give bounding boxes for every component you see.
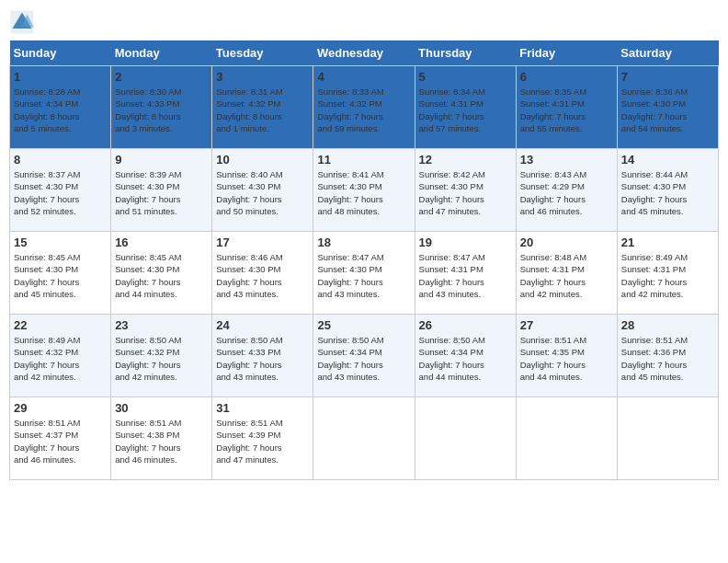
cell-details: Sunrise: 8:51 AMSunset: 4:37 PMDaylight:… xyxy=(14,417,107,465)
day-number: 8 xyxy=(14,153,107,167)
day-number: 9 xyxy=(115,153,208,167)
calendar-cell-day-3: 3Sunrise: 8:31 AMSunset: 4:32 PMDaylight… xyxy=(212,66,313,149)
day-number: 17 xyxy=(216,236,309,249)
calendar-cell-day-13: 13Sunrise: 8:43 AMSunset: 4:29 PMDayligh… xyxy=(516,149,617,232)
day-number: 1 xyxy=(14,70,107,84)
calendar-cell-day-14: 14Sunrise: 8:44 AMSunset: 4:30 PMDayligh… xyxy=(617,149,718,232)
calendar-cell-day-8: 8Sunrise: 8:37 AMSunset: 4:30 PMDaylight… xyxy=(10,149,111,232)
cell-details: Sunrise: 8:42 AMSunset: 4:30 PMDaylight:… xyxy=(419,168,512,217)
cell-details: Sunrise: 8:43 AMSunset: 4:29 PMDaylight:… xyxy=(520,168,613,217)
empty-cell xyxy=(415,397,516,480)
cell-details: Sunrise: 8:51 AMSunset: 4:39 PMDaylight:… xyxy=(216,417,309,465)
day-number: 21 xyxy=(621,236,714,249)
day-number: 5 xyxy=(419,70,512,84)
cell-details: Sunrise: 8:50 AMSunset: 4:32 PMDaylight:… xyxy=(115,334,208,383)
cell-details: Sunrise: 8:35 AMSunset: 4:31 PMDaylight:… xyxy=(520,86,613,134)
day-number: 29 xyxy=(14,401,107,415)
logo-icon xyxy=(9,9,35,35)
cell-details: Sunrise: 8:37 AMSunset: 4:30 PMDaylight:… xyxy=(14,168,107,217)
day-number: 15 xyxy=(14,236,107,249)
cell-details: Sunrise: 8:44 AMSunset: 4:30 PMDaylight:… xyxy=(621,168,714,217)
day-number: 4 xyxy=(317,70,410,84)
cell-details: Sunrise: 8:51 AMSunset: 4:38 PMDaylight:… xyxy=(115,417,208,465)
day-number: 3 xyxy=(216,70,309,84)
calendar-cell-day-28: 28Sunrise: 8:51 AMSunset: 4:36 PMDayligh… xyxy=(617,315,718,397)
cell-details: Sunrise: 8:40 AMSunset: 4:30 PMDaylight:… xyxy=(216,168,309,217)
empty-cell xyxy=(516,397,617,480)
cell-details: Sunrise: 8:51 AMSunset: 4:35 PMDaylight:… xyxy=(520,334,613,383)
calendar-cell-day-1: 1Sunrise: 8:28 AMSunset: 4:34 PMDaylight… xyxy=(10,66,111,149)
day-number: 23 xyxy=(115,318,208,332)
calendar-cell-day-18: 18Sunrise: 8:47 AMSunset: 4:30 PMDayligh… xyxy=(313,232,415,315)
cell-details: Sunrise: 8:34 AMSunset: 4:31 PMDaylight:… xyxy=(419,86,512,134)
cell-details: Sunrise: 8:45 AMSunset: 4:30 PMDaylight:… xyxy=(14,251,107,300)
day-number: 6 xyxy=(520,70,613,84)
cell-details: Sunrise: 8:50 AMSunset: 4:34 PMDaylight:… xyxy=(419,334,512,383)
calendar-cell-day-2: 2Sunrise: 8:30 AMSunset: 4:33 PMDaylight… xyxy=(111,66,212,149)
empty-cell xyxy=(617,397,718,480)
calendar-cell-day-15: 15Sunrise: 8:45 AMSunset: 4:30 PMDayligh… xyxy=(10,232,111,315)
calendar-cell-day-21: 21Sunrise: 8:49 AMSunset: 4:31 PMDayligh… xyxy=(617,232,718,315)
calendar-cell-day-23: 23Sunrise: 8:50 AMSunset: 4:32 PMDayligh… xyxy=(111,315,212,397)
day-number: 25 xyxy=(317,318,410,332)
calendar-cell-day-6: 6Sunrise: 8:35 AMSunset: 4:31 PMDaylight… xyxy=(516,66,617,149)
calendar-cell-day-27: 27Sunrise: 8:51 AMSunset: 4:35 PMDayligh… xyxy=(516,315,617,397)
cell-details: Sunrise: 8:51 AMSunset: 4:36 PMDaylight:… xyxy=(621,334,714,383)
day-number: 27 xyxy=(520,318,613,332)
calendar-cell-day-25: 25Sunrise: 8:50 AMSunset: 4:34 PMDayligh… xyxy=(313,315,415,397)
cell-details: Sunrise: 8:30 AMSunset: 4:33 PMDaylight:… xyxy=(115,86,208,134)
cell-details: Sunrise: 8:41 AMSunset: 4:30 PMDaylight:… xyxy=(317,168,410,217)
calendar-cell-day-5: 5Sunrise: 8:34 AMSunset: 4:31 PMDaylight… xyxy=(415,66,516,149)
day-number: 19 xyxy=(419,236,512,249)
day-number: 30 xyxy=(115,401,208,415)
day-number: 10 xyxy=(216,153,309,167)
cell-details: Sunrise: 8:33 AMSunset: 4:32 PMDaylight:… xyxy=(317,86,410,134)
day-number: 13 xyxy=(520,153,613,167)
day-number: 12 xyxy=(419,153,512,167)
day-number: 14 xyxy=(621,153,714,167)
day-number: 20 xyxy=(520,236,613,249)
day-number: 18 xyxy=(317,236,410,249)
calendar-cell-day-17: 17Sunrise: 8:46 AMSunset: 4:30 PMDayligh… xyxy=(212,232,313,315)
calendar-cell-day-26: 26Sunrise: 8:50 AMSunset: 4:34 PMDayligh… xyxy=(415,315,516,397)
day-number: 26 xyxy=(419,318,512,332)
logo xyxy=(9,9,39,35)
cell-details: Sunrise: 8:48 AMSunset: 4:31 PMDaylight:… xyxy=(520,251,613,300)
cell-details: Sunrise: 8:49 AMSunset: 4:31 PMDaylight:… xyxy=(621,251,714,300)
calendar-cell-day-29: 29Sunrise: 8:51 AMSunset: 4:37 PMDayligh… xyxy=(10,397,111,480)
calendar-cell-day-30: 30Sunrise: 8:51 AMSunset: 4:38 PMDayligh… xyxy=(111,397,212,480)
day-number: 11 xyxy=(317,153,410,167)
day-number: 7 xyxy=(621,70,714,84)
cell-details: Sunrise: 8:49 AMSunset: 4:32 PMDaylight:… xyxy=(14,334,107,383)
day-header-sunday: Sunday xyxy=(10,40,111,66)
calendar-cell-day-11: 11Sunrise: 8:41 AMSunset: 4:30 PMDayligh… xyxy=(313,149,415,232)
calendar-cell-day-9: 9Sunrise: 8:39 AMSunset: 4:30 PMDaylight… xyxy=(111,149,212,232)
calendar-cell-day-31: 31Sunrise: 8:51 AMSunset: 4:39 PMDayligh… xyxy=(212,397,313,480)
cell-details: Sunrise: 8:47 AMSunset: 4:30 PMDaylight:… xyxy=(317,251,410,300)
cell-details: Sunrise: 8:31 AMSunset: 4:32 PMDaylight:… xyxy=(216,86,309,134)
cell-details: Sunrise: 8:50 AMSunset: 4:34 PMDaylight:… xyxy=(317,334,410,383)
cell-details: Sunrise: 8:45 AMSunset: 4:30 PMDaylight:… xyxy=(115,251,208,300)
day-header-tuesday: Tuesday xyxy=(212,40,313,66)
day-header-monday: Monday xyxy=(111,40,212,66)
day-number: 2 xyxy=(115,70,208,84)
calendar-cell-day-12: 12Sunrise: 8:42 AMSunset: 4:30 PMDayligh… xyxy=(415,149,516,232)
day-header-thursday: Thursday xyxy=(415,40,516,66)
calendar-cell-day-20: 20Sunrise: 8:48 AMSunset: 4:31 PMDayligh… xyxy=(516,232,617,315)
calendar-table: SundayMondayTuesdayWednesdayThursdayFrid… xyxy=(9,40,719,480)
day-number: 16 xyxy=(115,236,208,249)
day-number: 24 xyxy=(216,318,309,332)
calendar-cell-day-16: 16Sunrise: 8:45 AMSunset: 4:30 PMDayligh… xyxy=(111,232,212,315)
cell-details: Sunrise: 8:28 AMSunset: 4:34 PMDaylight:… xyxy=(14,86,107,134)
calendar-cell-day-7: 7Sunrise: 8:36 AMSunset: 4:30 PMDaylight… xyxy=(617,66,718,149)
cell-details: Sunrise: 8:50 AMSunset: 4:33 PMDaylight:… xyxy=(216,334,309,383)
calendar-cell-day-24: 24Sunrise: 8:50 AMSunset: 4:33 PMDayligh… xyxy=(212,315,313,397)
cell-details: Sunrise: 8:39 AMSunset: 4:30 PMDaylight:… xyxy=(115,168,208,217)
cell-details: Sunrise: 8:36 AMSunset: 4:30 PMDaylight:… xyxy=(621,86,714,134)
day-number: 28 xyxy=(621,318,714,332)
calendar-cell-day-19: 19Sunrise: 8:47 AMSunset: 4:31 PMDayligh… xyxy=(415,232,516,315)
page-header xyxy=(9,9,719,35)
calendar-cell-day-4: 4Sunrise: 8:33 AMSunset: 4:32 PMDaylight… xyxy=(313,66,415,149)
day-header-friday: Friday xyxy=(516,40,617,66)
cell-details: Sunrise: 8:46 AMSunset: 4:30 PMDaylight:… xyxy=(216,251,309,300)
